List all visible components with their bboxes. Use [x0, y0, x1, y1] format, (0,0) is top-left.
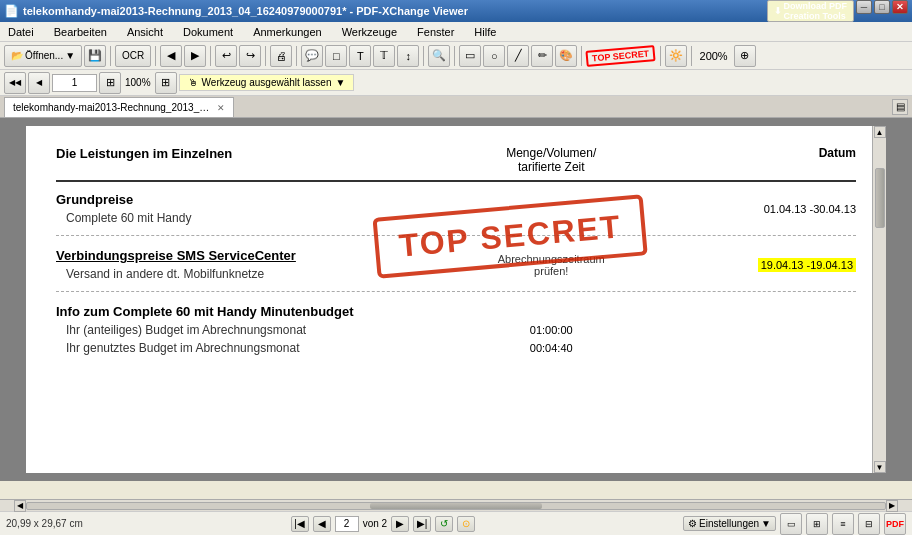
menu-datei[interactable]: Datei	[4, 24, 38, 40]
nav-last-btn[interactable]: ▶|	[413, 516, 431, 532]
budget-row1: Ihr (anteiliges) Budget im Abrechnungsmo…	[56, 323, 856, 337]
sep3	[210, 46, 211, 66]
grundpreise-title: Grundpreise Complete 60 mit Handy	[56, 192, 437, 225]
layout-btn3[interactable]: ≡	[832, 513, 854, 535]
hscroll-left-btn[interactable]: ◀	[14, 500, 26, 512]
layout-btn1[interactable]: ▭	[780, 513, 802, 535]
verbindung-row: Verbindungspreise SMS ServiceCenter Vers…	[56, 248, 856, 281]
zoom-mode-button[interactable]: ⊕	[734, 45, 756, 67]
pdf-header: Die Leistungen im Einzelnen Menge/Volume…	[56, 146, 856, 182]
horizontal-scrollbar[interactable]: ◀ ▶	[0, 499, 912, 511]
page-of-label: von 2	[363, 518, 387, 529]
budget-sub2-label: Ihr genutztes Budget im Abrechnungsmonat	[56, 341, 299, 355]
menu-bearbeiten[interactable]: Bearbeiten	[50, 24, 111, 40]
tool-icon: 🖱	[188, 77, 198, 88]
tab-label: telekomhandy-mai2013-Rechnung_2013_04_..…	[13, 102, 213, 113]
verbindung-subtitle: Versand in andere dt. Mobilfunknetze	[56, 267, 437, 281]
undo-button[interactable]: ↩	[215, 45, 237, 67]
menu-dokument[interactable]: Dokument	[179, 24, 237, 40]
maximize-button[interactable]: □	[874, 0, 890, 14]
folder-icon: 📂	[11, 50, 23, 61]
search-button[interactable]: 🔍	[428, 45, 450, 67]
verbindung-date-val: 19.04.13 -19.04.13	[758, 258, 856, 272]
nav-refresh-btn[interactable]: ↺	[435, 516, 453, 532]
budget-val1: 01:00:00	[437, 324, 666, 336]
abrechnung-line1: Abrechnungszeitraum	[437, 253, 666, 265]
vertical-scrollbar[interactable]: ▲ ▼	[872, 126, 886, 473]
menu-ansicht[interactable]: Ansicht	[123, 24, 167, 40]
menu-anmerkungen[interactable]: Anmerkungen	[249, 24, 326, 40]
nav-prev-btn[interactable]: ◀	[313, 516, 331, 532]
hscroll-thumb[interactable]	[370, 503, 542, 509]
line-button[interactable]: ╱	[507, 45, 529, 67]
pdf-icon-btn[interactable]: PDF	[884, 513, 906, 535]
tab-options-btn[interactable]: ▤	[892, 99, 908, 115]
ocr-button[interactable]: OCR	[115, 45, 151, 67]
arrow-button[interactable]: ↕	[397, 45, 419, 67]
budget-title: Info zum Complete 60 mit Handy Minutenbu…	[56, 304, 856, 319]
layout-btn4[interactable]: ⊟	[858, 513, 880, 535]
save-button[interactable]: 💾	[84, 45, 106, 67]
pen-button[interactable]: ✏	[531, 45, 553, 67]
zoom-value-label: 200%	[696, 50, 732, 62]
shape-button[interactable]: □	[325, 45, 347, 67]
nav-back-btn[interactable]: ◀	[28, 72, 50, 94]
viewer-area[interactable]: Die Leistungen im Einzelnen Menge/Volume…	[0, 118, 912, 481]
print-button[interactable]: 🖨	[270, 45, 292, 67]
grundpreise-row: Grundpreise Complete 60 mit Handy 01.04.…	[56, 192, 856, 225]
vscroll-up-btn[interactable]: ▲	[874, 126, 886, 138]
tab-close-icon[interactable]: ✕	[217, 103, 225, 113]
verbindung-title-col: Verbindungspreise SMS ServiceCenter Vers…	[56, 248, 437, 281]
rect-button[interactable]: ▭	[459, 45, 481, 67]
download-icon: ⬇	[774, 6, 782, 16]
budget-sub1: Ihr (anteiliges) Budget im Abrechnungsmo…	[56, 323, 437, 337]
page-size: 20,99 x 29,67 cm	[6, 518, 83, 529]
download-pdf-btn[interactable]: ⬇ Download PDFCreation Tools	[767, 0, 855, 22]
section-grundpreise: Grundpreise Complete 60 mit Handy 01.04.…	[56, 192, 856, 236]
nav-first-btn[interactable]: |◀	[291, 516, 309, 532]
menu-werkzeuge[interactable]: Werkzeuge	[338, 24, 401, 40]
page-number-status-input[interactable]	[335, 516, 359, 532]
sep4	[265, 46, 266, 66]
circle-button[interactable]: ○	[483, 45, 505, 67]
abrechnung-line2: prüfen!	[437, 265, 666, 277]
minimize-button[interactable]: ─	[856, 0, 872, 14]
header-col2: Menge/Volumen/tarifierte Zeit	[437, 146, 666, 174]
forward-button[interactable]: ▶	[184, 45, 206, 67]
pdf-page: Die Leistungen im Einzelnen Menge/Volume…	[26, 126, 886, 473]
verbindung-date-col: 19.04.13 -19.04.13	[666, 258, 856, 272]
redo-button[interactable]: ↪	[239, 45, 261, 67]
hscroll-right-btn[interactable]: ▶	[886, 500, 898, 512]
hscroll-track[interactable]	[26, 502, 886, 510]
type2-button[interactable]: 𝕋	[373, 45, 395, 67]
nav-stop-btn[interactable]: ⊙	[457, 516, 475, 532]
document-tab[interactable]: telekomhandy-mai2013-Rechnung_2013_04_..…	[4, 97, 234, 117]
budget-sub2: Ihr genutztes Budget im Abrechnungsmonat	[56, 341, 437, 355]
back-button[interactable]: ◀	[160, 45, 182, 67]
tool-dropdown[interactable]: ▼	[335, 77, 345, 88]
nav-next-btn[interactable]: ▶	[391, 516, 409, 532]
tool-label-display: 🖱 Werkzeug ausgewählt lassen ▼	[179, 74, 355, 91]
settings-button[interactable]: ⚙ Einstellungen ▼	[683, 516, 776, 531]
page-number-input[interactable]	[52, 74, 97, 92]
layout-btn2[interactable]: ⊞	[806, 513, 828, 535]
menu-fenster[interactable]: Fenster	[413, 24, 458, 40]
menu-hilfe[interactable]: Hilfe	[470, 24, 500, 40]
vscroll-thumb[interactable]	[875, 168, 885, 228]
close-button[interactable]: ✕	[892, 0, 908, 14]
text-button[interactable]: T	[349, 45, 371, 67]
titlebar-left: 📄 telekomhandy-mai2013-Rechnung_2013_04_…	[4, 4, 468, 18]
comment-button[interactable]: 💬	[301, 45, 323, 67]
titlebar: 📄 telekomhandy-mai2013-Rechnung_2013_04_…	[0, 0, 912, 22]
zoom-fit-btn[interactable]: ⊞	[155, 72, 177, 94]
grid-btn[interactable]: ⊞	[99, 72, 121, 94]
vscroll-down-btn[interactable]: ▼	[874, 461, 886, 473]
color-button[interactable]: 🎨	[555, 45, 577, 67]
window-controls: ⬇ Download PDFCreation Tools ─ □ ✕	[767, 0, 909, 22]
section-verbindung: Verbindungspreise SMS ServiceCenter Vers…	[56, 248, 856, 292]
settings-arrow: ▼	[761, 518, 771, 529]
sep8	[581, 46, 582, 66]
zoom-plus-button[interactable]: 🔆	[665, 45, 687, 67]
nav-prev-btn[interactable]: ◀◀	[4, 72, 26, 94]
open-button[interactable]: 📂 Öffnen... ▼	[4, 45, 82, 67]
